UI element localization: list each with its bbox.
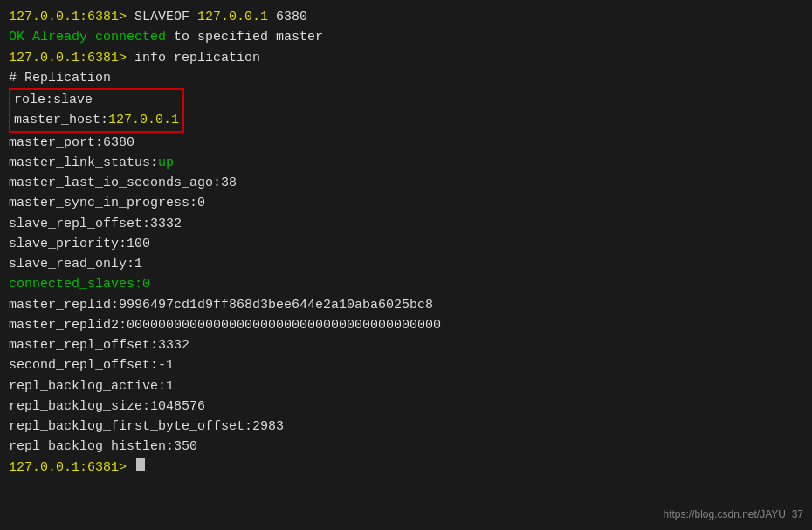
line-9: master_last_io_seconds_ago:38 (9, 173, 803, 193)
line-8: master_link_status:up (9, 153, 803, 173)
red-box-section: role:slave master_host:127.0.0.1 (9, 88, 184, 133)
line-19: repl_backlog_active:1 (9, 376, 803, 396)
prompt-3: 127.0.0.1:6381> (9, 48, 134, 68)
line-18: second_repl_offset:-1 (9, 355, 803, 375)
cursor (136, 458, 145, 471)
watermark: https://blog.csdn.net/JAYU_37 (663, 506, 803, 523)
line-12: slave_priority:100 (9, 234, 803, 254)
line-6: master_host:127.0.0.1 (14, 110, 179, 130)
line-4: # Replication (9, 68, 803, 88)
terminal: 127.0.0.1:6381> SLAVEOF 127.0.0.1 6380 O… (0, 0, 812, 530)
line-13: slave_read_only:1 (9, 254, 803, 274)
line-10: master_sync_in_progress:0 (9, 193, 803, 213)
line-17: master_repl_offset:3332 (9, 335, 803, 355)
line-7: master_port:6380 (9, 133, 803, 153)
line-1: 127.0.0.1:6381> SLAVEOF 127.0.0.1 6380 (9, 7, 803, 27)
prompt-final: 127.0.0.1:6381> (9, 458, 134, 478)
line-16: master_replid2:0000000000000000000000000… (9, 315, 803, 335)
line-3: 127.0.0.1:6381> info replication (9, 48, 803, 68)
line-21: repl_backlog_first_byte_offset:2983 (9, 416, 803, 437)
line-23: 127.0.0.1:6381> (9, 458, 803, 478)
line-11: slave_repl_offset:3332 (9, 214, 803, 234)
line-2: OK Already connected to specified master (9, 27, 803, 47)
line-14: connected_slaves:0 (9, 274, 803, 294)
line-22: repl_backlog_histlen:350 (9, 437, 803, 457)
line-5: role:slave (14, 90, 179, 110)
line-15: master_replid:9996497cd1d9ff868d3bee644e… (9, 295, 803, 315)
prompt-1: 127.0.0.1:6381> (9, 7, 134, 27)
line-20: repl_backlog_size:1048576 (9, 396, 803, 416)
